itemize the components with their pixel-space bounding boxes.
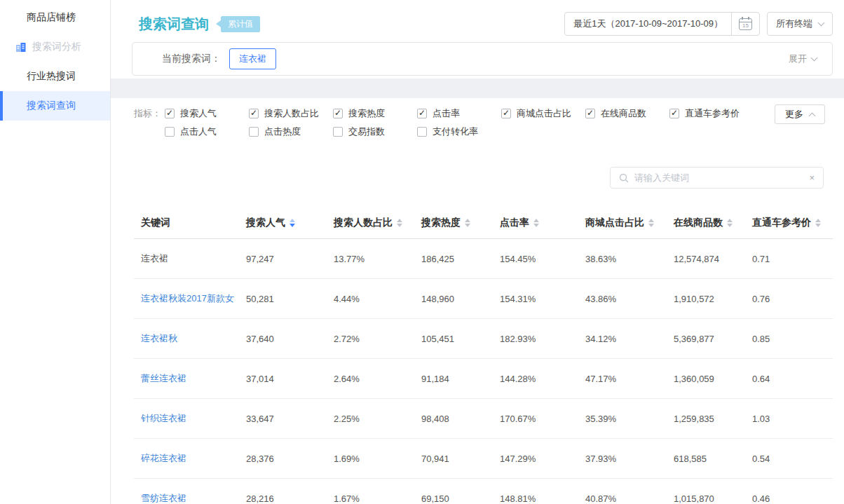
cell-value: 1,259,835 <box>667 399 745 439</box>
sort-icon[interactable] <box>465 219 470 227</box>
cell-value: 0.85 <box>745 319 833 359</box>
cell-value: 0.71 <box>745 239 833 279</box>
keyword-link[interactable]: 雪纺连衣裙 <box>141 493 186 503</box>
checkbox-checked-icon <box>333 109 343 118</box>
cell-value: 186,425 <box>414 239 493 279</box>
table-row: 蕾丝连衣裙 37,014 2.64% 91,184 144.28% 47.17%… <box>134 359 833 399</box>
app-root: 商品店铺榜 搜索词分析 行业热搜词 搜索词查询 <box>0 0 844 504</box>
sidebar-item-label: 搜索词分析 <box>32 41 81 53</box>
cell-value: 154.31% <box>493 279 578 319</box>
keyword-link[interactable]: 针织连衣裙 <box>141 413 186 423</box>
cell-value: 0.76 <box>745 279 833 319</box>
section-divider <box>111 79 844 98</box>
cell-value: 148.81% <box>493 479 578 504</box>
cell-value: 5,369,877 <box>667 319 745 359</box>
metric-checkbox-click-popularity[interactable]: 点击人气 <box>165 123 249 141</box>
cell-value: 40.87% <box>578 479 667 504</box>
date-range-label: 最近1天（2017-10-09~2017-10-09） <box>565 18 731 30</box>
keyword-tag[interactable]: 连衣裙 <box>229 48 276 69</box>
cell-value: 0.64 <box>745 359 833 399</box>
sort-icon[interactable] <box>533 219 539 227</box>
sidebar-item-search-word-query[interactable]: 搜索词查询 <box>0 91 110 121</box>
metric-checkbox-mall-click-ratio[interactable]: 商城点击占比 <box>501 104 585 123</box>
column-header-search-user-ratio: 搜索人数占比 <box>327 207 414 239</box>
cell-value: 50,281 <box>239 279 327 319</box>
cell-value: 28,216 <box>239 479 327 504</box>
metric-checkbox-click-rate[interactable]: 点击率 <box>417 104 501 123</box>
terminal-label: 所有终端 <box>776 18 812 30</box>
sidebar-item-industry-hot-words[interactable]: 行业热搜词 <box>0 62 110 91</box>
metric-checkbox-click-heat[interactable]: 点击热度 <box>249 123 333 141</box>
metric-checkbox-online-products[interactable]: 在线商品数 <box>585 104 669 123</box>
buildings-icon <box>15 42 27 53</box>
expand-toggle[interactable]: 展开 <box>789 53 817 65</box>
sort-icon[interactable] <box>727 219 733 227</box>
sort-icon[interactable] <box>290 219 295 227</box>
checkbox-checked-icon <box>501 109 511 118</box>
sidebar-item-goods-shop-rank[interactable]: 商品店铺榜 <box>0 3 110 32</box>
cell-value: 618,585 <box>667 439 745 479</box>
cell-value: 147.29% <box>493 439 578 479</box>
cell-value: 148,960 <box>414 279 493 319</box>
cell-value: 144.28% <box>493 359 578 399</box>
search-input[interactable] <box>634 172 803 183</box>
cell-value: 170.67% <box>493 399 578 439</box>
metric-checkbox-search-heat[interactable]: 搜索热度 <box>333 104 417 123</box>
metric-checkbox-payment-conversion[interactable]: 支付转化率 <box>417 123 501 141</box>
cell-value: 0.54 <box>745 439 833 479</box>
cell-value: 98,408 <box>414 399 493 439</box>
column-header-click-rate: 点击率 <box>493 207 578 239</box>
cumulative-value-badge: 累计值 <box>216 16 260 32</box>
keyword-link[interactable]: 连衣裙秋 <box>141 333 177 343</box>
keyword-link[interactable]: 连衣裙秋装2017新款女 <box>141 293 234 304</box>
chevron-down-icon <box>818 19 825 26</box>
date-range-picker[interactable]: 最近1天（2017-10-09~2017-10-09） 15 <box>564 12 760 36</box>
clear-icon[interactable]: × <box>809 173 815 182</box>
metric-checkbox-search-user-ratio[interactable]: 搜索人数占比 <box>249 104 333 123</box>
current-search-word-label: 当前搜索词： <box>162 53 221 65</box>
checkbox-unchecked-icon <box>165 127 175 137</box>
cell-value: 1.03 <box>745 399 833 439</box>
badge-label: 累计值 <box>221 16 260 32</box>
cell-value: 2.72% <box>327 319 414 359</box>
metric-checkbox-transaction-index[interactable]: 交易指数 <box>333 123 417 141</box>
badge-arrow-icon <box>216 20 221 27</box>
keyword-text: 连衣裙 <box>141 253 168 264</box>
table-row: 针织连衣裙 33,647 2.25% 98,408 170.67% 35.39%… <box>134 399 833 439</box>
column-header-keyword: 关键词 <box>134 207 239 239</box>
column-header-search-popularity: 搜索人气 <box>239 207 327 239</box>
cell-value: 47.17% <box>578 359 667 399</box>
metric-checkbox-ztc-reference-price[interactable]: 直通车参考价 <box>669 104 754 123</box>
sort-icon[interactable] <box>815 219 821 227</box>
sort-icon[interactable] <box>648 219 654 227</box>
sidebar-item-search-word-analysis[interactable]: 搜索词分析 <box>0 32 110 62</box>
checkbox-unchecked-icon <box>417 127 427 137</box>
cell-value: 91,184 <box>414 359 493 399</box>
search-icon <box>619 173 629 183</box>
cell-value: 13.77% <box>327 239 414 279</box>
cell-value: 1,015,870 <box>667 479 745 504</box>
sidebar-item-label: 搜索词查询 <box>27 100 76 112</box>
cell-value: 105,451 <box>414 319 493 359</box>
sort-icon[interactable] <box>397 219 402 227</box>
keyword-link[interactable]: 蕾丝连衣裙 <box>141 373 186 383</box>
checkbox-checked-icon <box>249 109 259 118</box>
page-title: 搜索词查询 <box>139 15 209 34</box>
table-row: 连衣裙秋装2017新款女 50,281 4.44% 148,960 154.31… <box>134 279 833 319</box>
keyword-link[interactable]: 碎花连衣裙 <box>141 453 186 463</box>
terminal-select[interactable]: 所有终端 <box>767 12 833 36</box>
cell-value: 1,360,059 <box>667 359 745 399</box>
column-header-search-heat: 搜索热度 <box>414 207 493 239</box>
more-button[interactable]: 更多 <box>775 104 825 124</box>
checkbox-unchecked-icon <box>249 127 259 137</box>
cell-value: 34.12% <box>578 319 667 359</box>
search-row: × <box>111 141 844 189</box>
table-row: 碎花连衣裙 28,376 1.69% 70,941 147.29% 37.93%… <box>134 439 833 479</box>
cell-value: 0.46 <box>745 479 833 504</box>
expand-label: 展开 <box>789 53 807 65</box>
keywords-table: 关键词 搜索人气 搜索人数占比 搜索热度 点击率 <box>134 207 833 504</box>
cell-value: 1,910,572 <box>667 279 745 319</box>
metric-checkbox-search-popularity[interactable]: 搜索人气 <box>165 104 249 123</box>
calendar-button[interactable]: 15 <box>732 18 759 30</box>
cell-value: 28,376 <box>239 439 327 479</box>
